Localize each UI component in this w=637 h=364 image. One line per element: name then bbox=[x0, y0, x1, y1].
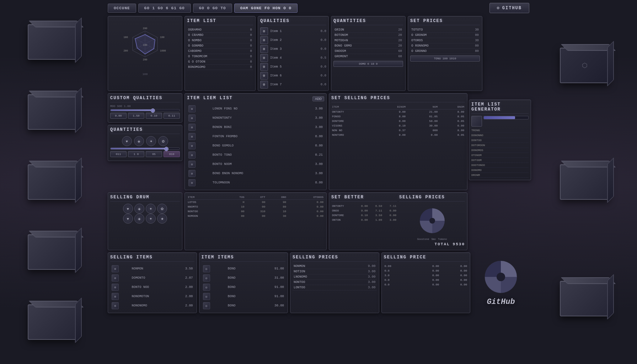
gen-list-item[interactable]: DOTOROON bbox=[471, 143, 529, 148]
github-button[interactable]: ⚙ GITHUB bbox=[489, 3, 529, 13]
item-item-row: ◎ BONO 31.00 bbox=[202, 274, 285, 282]
selling-item-row: ⚙ BONTO NOO 2.00 bbox=[111, 283, 194, 291]
bot-selling-prices-table: NONMON 9.00 NOTION 3.00 LNONOMO 3.00 NON… bbox=[293, 264, 377, 290]
liem-row: ⚙ BONO GOMOLO 0.00 bbox=[188, 141, 323, 150]
qty-val-1[interactable]: 011 bbox=[110, 151, 127, 157]
set-selling-row: FONOO 8.0001.058.05 bbox=[331, 114, 465, 119]
drum-icon-8[interactable]: ★ bbox=[157, 214, 167, 224]
svg-text:100: 100 bbox=[160, 36, 165, 39]
set-better-row: ONTON 0.001.003.00 bbox=[331, 218, 397, 222]
set-better-left: SET BETTER ONTONTY 0.006.507.11 ONOO 9.0… bbox=[331, 195, 397, 241]
slider-2[interactable] bbox=[110, 148, 180, 150]
spider-bottom-label: 100 bbox=[110, 73, 180, 76]
liem-row: ⚙ BONTO TONO 0.21 bbox=[188, 151, 323, 159]
item-list-panel: ITEM LIST OGRAMHO0O CRAMBO0O NOMBO0O GON… bbox=[184, 16, 256, 91]
quantities-title: QUANTITIES bbox=[333, 18, 403, 25]
drum-icon-2[interactable]: ◈ bbox=[134, 204, 144, 214]
drum-row: NONTOO 00310100.00 bbox=[187, 209, 324, 214]
qty-val-3[interactable]: 05 bbox=[146, 151, 162, 157]
total-label: TOTAL bbox=[435, 242, 450, 246]
liem-row: ⚙ NONONTONTY 3.00 bbox=[188, 114, 323, 122]
drum-icon-7[interactable]: ✦ bbox=[146, 214, 156, 224]
cq-label: MOO SOO 1.00 bbox=[110, 105, 180, 108]
drum-icon-4[interactable]: ✿ bbox=[157, 204, 167, 214]
gen-list-item[interactable]: DONONNO bbox=[471, 133, 529, 138]
gen-icon bbox=[471, 116, 482, 127]
qty-btn-1[interactable]: ♥ bbox=[122, 136, 132, 146]
set-prices-row: O GRONOM00 bbox=[410, 33, 480, 38]
cq-btn-1[interactable]: 0.00 bbox=[110, 113, 127, 119]
item-list-row: BONOMGOMO0 bbox=[187, 65, 253, 70]
gen-list-item[interactable]: TRONG bbox=[471, 128, 529, 133]
selling-price-title: SELLING PRICE bbox=[384, 255, 468, 262]
qty-row: BOTONOM20 bbox=[333, 33, 403, 38]
gen-list-item[interactable]: DOOTONOO bbox=[471, 163, 529, 168]
set-selling-panel: SET SELLING PRICES ITEMBINOMNOMBNOM ONTO… bbox=[329, 93, 467, 190]
gen-list-item[interactable]: DONOMO bbox=[471, 168, 529, 173]
drum-row: NNOMTO 1000800.00 bbox=[187, 204, 324, 209]
gen-list-item[interactable]: OTONOM bbox=[471, 153, 529, 158]
set-selling-title: SET SELLING PRICES bbox=[331, 96, 465, 102]
set-prices-table: TOTOTO30O GRONOM00OTOROS30O RONNOMO00O G… bbox=[410, 27, 480, 54]
qty-btn-2[interactable]: ◈ bbox=[134, 136, 144, 146]
selling-price-row: 0.00.000.00 bbox=[384, 282, 468, 287]
total-val: 9530 bbox=[453, 242, 465, 246]
quantities-btn[interactable]: OOMO 6 10 0 bbox=[333, 61, 403, 67]
selling-price-row: 0.000.000.00 bbox=[384, 264, 468, 268]
set-prices-row: O RONNOMO00 bbox=[410, 43, 480, 49]
drum-icon-3[interactable]: ✦ bbox=[146, 204, 156, 214]
cq-btn-4[interactable]: 0.11 bbox=[164, 113, 180, 119]
liem-row: ⚙ LONON FONS NO 3.00 bbox=[188, 105, 323, 113]
generator-title: ITEM LIST GENERATOR bbox=[471, 102, 529, 114]
github-icon: ⚙ bbox=[497, 5, 500, 11]
set-prices-btn[interactable]: TONU 100 1010 bbox=[410, 55, 480, 61]
qty-btn-3[interactable]: ✦ bbox=[146, 136, 156, 146]
nav-go2[interactable]: GO O GO TO bbox=[193, 4, 232, 13]
gen-list-item[interactable]: DOTOOM bbox=[471, 158, 529, 163]
qty-btn-4[interactable]: ✿ bbox=[158, 136, 168, 146]
pie-label-3: Tomono bbox=[438, 238, 447, 241]
drum-icon-6[interactable]: ◈ bbox=[134, 214, 144, 224]
svg-text:100: 100 bbox=[143, 44, 148, 47]
svg-text:1000: 1000 bbox=[160, 49, 166, 52]
set-selling-row: NON NO 0.370008.00 bbox=[331, 128, 465, 133]
item-item-row: ◎ BONO 91.00 bbox=[202, 264, 285, 273]
cq-btn-3[interactable]: 0.10 bbox=[146, 113, 162, 119]
set-better-row: DONTORE 0.103.500.00 bbox=[331, 213, 397, 218]
quality-item: ⚙Item 60.0 bbox=[260, 72, 326, 80]
bot-sp-row: LNONOMO 3.00 bbox=[293, 274, 377, 280]
generator-controls bbox=[471, 116, 529, 127]
selling-price-row: 0.60.000.00 bbox=[384, 268, 468, 273]
item-items-panel: ITEM ITEMS ◎ BONO 91.00 ◎ BONO 31.00 ◎ B… bbox=[199, 252, 288, 313]
gen-bar bbox=[483, 116, 529, 127]
drum-icon-5[interactable]: ♥ bbox=[123, 214, 133, 224]
qty-icon-row: ♥ ◈ ✦ ✿ bbox=[110, 136, 180, 146]
gen-list-item[interactable]: DRONM bbox=[471, 173, 529, 178]
item-list-row: CABORMO0 bbox=[187, 49, 253, 54]
nav-occune[interactable]: OCCUNE bbox=[108, 4, 136, 13]
qty-val-2[interactable]: 1 0 bbox=[128, 151, 144, 157]
liem-row: ⚙ BONO BNON NONOMO 3.00 bbox=[188, 169, 323, 178]
nav-oam[interactable]: OAM GONE FO HON O O bbox=[234, 4, 298, 13]
selling-item-row: ⚙ NONOMOTON 2.00 bbox=[111, 292, 194, 301]
qty-row: BONO GRMO20 bbox=[333, 43, 403, 49]
item-liem-add-btn[interactable]: ADD bbox=[312, 96, 324, 101]
left-decorations bbox=[0, 0, 105, 364]
set-better-title: SET BETTER bbox=[331, 195, 397, 202]
generator-overlay: ITEM LIST GENERATOR TRONGDONONNODONTOODO… bbox=[469, 100, 531, 180]
set-better-panel: SET BETTER ONTONTY 0.006.507.11 ONOO 9.0… bbox=[329, 192, 467, 250]
gen-list-item[interactable]: DONTOO bbox=[471, 138, 529, 143]
gen-list: TRONGDONONNODONTOODOTOROONDONOMOSOTONOMD… bbox=[471, 128, 529, 178]
gen-list-item[interactable]: DONOMOS bbox=[471, 148, 529, 153]
main-content: OCCUNE GO 1 GO 6 G1 GO GO O GO TO OAM GO… bbox=[105, 0, 532, 364]
item-list-row: O CRAMBO0 bbox=[187, 33, 253, 38]
nav-go1[interactable]: GO 1 GO 6 G1 GO bbox=[138, 4, 191, 13]
item-list-title: ITEM LIST bbox=[187, 18, 253, 25]
pie-label-2: Smo bbox=[431, 238, 436, 241]
cq-btn-2[interactable]: 1.50 bbox=[128, 113, 144, 119]
qty-val-4[interactable]: 010 bbox=[164, 151, 180, 157]
pie-chart bbox=[418, 207, 446, 235]
drum-icon-1[interactable]: ♥ bbox=[123, 204, 133, 214]
slider-1[interactable] bbox=[110, 109, 180, 111]
set-selling-row: NONTORO 9.000.008.05 bbox=[331, 133, 465, 137]
